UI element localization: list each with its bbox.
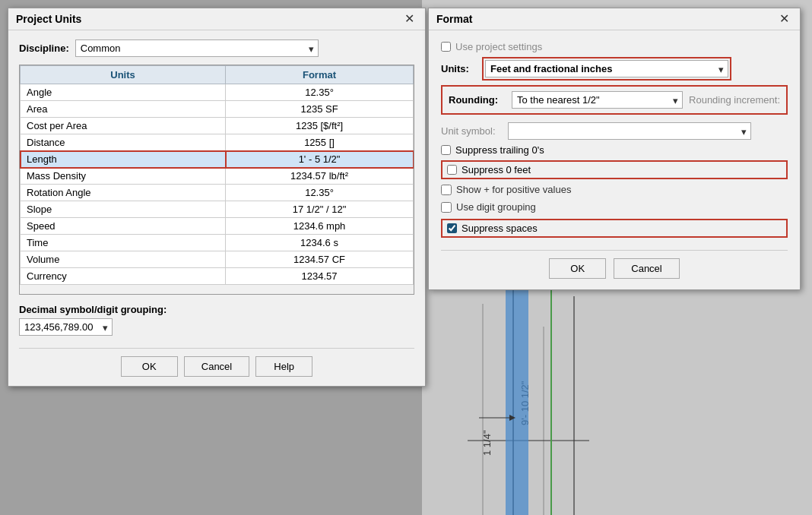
col-header-format: Format	[226, 66, 414, 84]
project-units-title: Project Units	[16, 13, 81, 25]
unit-symbol-row: Unit symbol:	[441, 122, 788, 140]
format-cell: 12.35°	[226, 185, 414, 201]
decimal-row: Decimal symbol/digit grouping: 123,456,7…	[19, 304, 414, 336]
use-digit-grouping-label: Use digit grouping	[456, 201, 536, 213]
discipline-row: Discipline: Common	[19, 39, 414, 57]
format-cell: 1' - 5 1/2"	[226, 151, 414, 168]
format-title: Format	[436, 13, 472, 25]
unit-cell: Area	[21, 101, 226, 118]
svg-text:1 1/4": 1 1/4"	[481, 430, 493, 456]
discipline-select-wrapper: Common	[75, 39, 319, 57]
units-select[interactable]: Feet and fractional inches Decimal feet …	[485, 60, 728, 77]
project-units-ok-button[interactable]: OK	[121, 356, 178, 377]
unit-cell: Distance	[21, 134, 226, 151]
rounding-section: Rounding: To the nearest 1/2" To the nea…	[441, 85, 788, 115]
use-digit-grouping-checkbox[interactable]	[441, 202, 452, 213]
discipline-select[interactable]: Common	[75, 39, 319, 57]
unit-cell: Rotation Angle	[21, 185, 226, 201]
show-positive-checkbox[interactable]	[441, 185, 452, 195]
decimal-select[interactable]: 123,456,789.00	[19, 318, 113, 336]
suppress-trailing-label: Suppress trailing 0's	[455, 144, 544, 156]
suppress-0-feet-label: Suppress 0 feet	[462, 164, 531, 175]
project-units-dialog: Project Units ✕ Discipline: Common Units…	[8, 8, 426, 387]
unit-cell: Time	[21, 235, 226, 251]
show-positive-row: Show + for positive values	[441, 184, 788, 195]
suppress-0-feet-checkbox[interactable]	[447, 165, 457, 175]
unit-symbol-label: Unit symbol:	[441, 125, 502, 137]
format-cancel-button[interactable]: Cancel	[614, 258, 679, 279]
discipline-label: Discipline:	[19, 43, 69, 54]
format-dialog: Format ✕ Use project settings Units: Fee…	[428, 8, 801, 290]
rounding-increment-label: Rounding increment:	[689, 94, 780, 106]
units-select-wrapper: Feet and fractional inches Decimal feet …	[485, 60, 728, 77]
unit-cell: Cost per Area	[21, 118, 226, 134]
format-cell: 1234.57 lb/ft²	[226, 168, 414, 185]
unit-cell: Length	[21, 151, 226, 168]
table-row[interactable]: Cost per Area1235 [$/ft²]	[21, 118, 414, 134]
table-row[interactable]: Length1' - 5 1/2"	[21, 151, 414, 168]
table-row[interactable]: Time1234.6 s	[21, 235, 414, 251]
format-buttons: OK Cancel	[441, 250, 788, 279]
format-ok-button[interactable]: OK	[549, 258, 606, 279]
format-cell: 17 1/2" / 12"	[226, 201, 414, 218]
project-units-titlebar: Project Units ✕	[8, 8, 425, 30]
format-cell: 1234.57	[226, 268, 414, 285]
format-cell: 1235 SF	[226, 101, 414, 118]
format-cell: 12.35°	[226, 84, 414, 101]
use-project-settings-label: Use project settings	[455, 41, 542, 52]
col-header-units: Units	[21, 66, 226, 84]
units-label: Units:	[441, 63, 479, 74]
format-cell: 1235 [$/ft²]	[226, 118, 414, 134]
suppress-trailing-checkbox[interactable]	[441, 145, 451, 155]
format-cell: 1234.6 mph	[226, 218, 414, 235]
use-project-settings-checkbox[interactable]	[441, 42, 451, 52]
project-units-buttons: OK Cancel Help	[19, 348, 414, 377]
unit-cell: Angle	[21, 84, 226, 101]
format-cell: 1255 []	[226, 134, 414, 151]
format-cell: 1234.6 s	[226, 235, 414, 251]
table-row[interactable]: Area1235 SF	[21, 101, 414, 118]
units-table: Units Format Angle12.35°Area1235 SFCost …	[20, 65, 414, 285]
project-units-cancel-button[interactable]: Cancel	[184, 356, 249, 377]
table-row[interactable]: Currency1234.57	[21, 268, 414, 285]
decimal-label: Decimal symbol/digit grouping:	[19, 304, 414, 315]
table-row[interactable]: Speed1234.6 mph	[21, 218, 414, 235]
use-project-settings-row: Use project settings	[441, 41, 788, 52]
suppress-spaces-box: Suppress spaces	[441, 219, 788, 238]
rounding-select[interactable]: To the nearest 1/2" To the nearest 1/4" …	[512, 91, 683, 109]
format-body: Use project settings Units: Feet and fra…	[429, 30, 800, 289]
unit-symbol-select-wrapper	[508, 122, 751, 140]
decimal-select-wrapper: 123,456,789.00	[19, 318, 113, 336]
table-row[interactable]: Distance1255 []	[21, 134, 414, 151]
format-titlebar: Format ✕	[429, 8, 800, 30]
suppress-spaces-label: Suppress spaces	[462, 223, 538, 234]
project-units-help-button[interactable]: Help	[255, 356, 312, 377]
unit-cell: Currency	[21, 268, 226, 285]
format-close-button[interactable]: ✕	[776, 13, 792, 25]
table-row[interactable]: Volume1234.57 CF	[21, 251, 414, 268]
table-row[interactable]: Mass Density1234.57 lb/ft²	[21, 168, 414, 185]
table-row[interactable]: Rotation Angle12.35°	[21, 185, 414, 201]
format-cell: 1234.57 CF	[226, 251, 414, 268]
units-table-container[interactable]: Units Format Angle12.35°Area1235 SFCost …	[19, 65, 414, 295]
suppress-trailing-row: Suppress trailing 0's	[441, 144, 788, 156]
rounding-select-wrapper: To the nearest 1/2" To the nearest 1/4" …	[512, 91, 683, 109]
suppress-spaces-checkbox[interactable]	[447, 223, 457, 233]
units-row: Units: Feet and fractional inches Decima…	[441, 60, 788, 77]
project-units-body: Discipline: Common Units Format Angle12.…	[8, 30, 425, 386]
unit-symbol-select[interactable]	[508, 122, 751, 140]
table-row[interactable]: Angle12.35°	[21, 84, 414, 101]
unit-cell: Mass Density	[21, 168, 226, 185]
rounding-label: Rounding:	[449, 94, 506, 106]
unit-cell: Volume	[21, 251, 226, 268]
unit-cell: Slope	[21, 201, 226, 218]
table-header-row: Units Format	[21, 66, 414, 84]
suppress-0-feet-box: Suppress 0 feet	[441, 160, 788, 179]
show-positive-label: Show + for positive values	[456, 184, 571, 195]
use-digit-grouping-row: Use digit grouping	[441, 201, 788, 213]
table-row[interactable]: Slope17 1/2" / 12"	[21, 201, 414, 218]
unit-cell: Speed	[21, 218, 226, 235]
project-units-close-button[interactable]: ✕	[401, 13, 417, 25]
